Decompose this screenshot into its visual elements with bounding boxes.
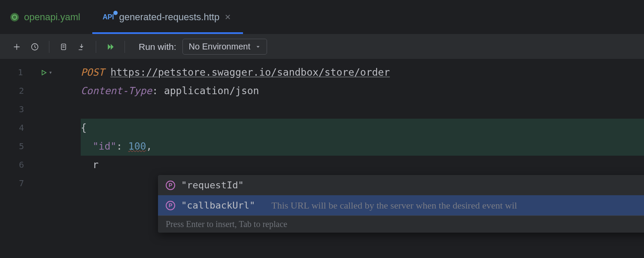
line-number: 6 [12, 156, 24, 174]
run-with-label: Run with: [139, 42, 176, 52]
code-editor[interactable]: 1 ▾ 2 3 4 5 6 7 POST https://petstore.sw… [0, 59, 644, 193]
line-number: 3 [12, 100, 24, 119]
tab-label: openapi.yaml [24, 12, 80, 23]
line-number: 2 [12, 82, 24, 100]
autocomplete-hint: Press Enter to insert, Tab to replace [158, 215, 644, 233]
environment-value: No Environment [189, 42, 250, 52]
header-name: Content-Type [81, 85, 152, 96]
code-line: POST https://petstore.swagger.io/sandbox… [81, 63, 644, 82]
add-button[interactable] [8, 38, 26, 56]
run-all-button[interactable] [101, 38, 119, 56]
json-key: "id" [93, 141, 116, 152]
import-button[interactable] [73, 38, 91, 56]
line-number: 7 [12, 174, 24, 193]
http-method: POST [81, 67, 104, 78]
header-value: application/json [164, 85, 259, 96]
yaml-icon [10, 13, 19, 22]
code-line: Content-Type: application/json [81, 82, 644, 100]
line-number: 4 [12, 119, 24, 137]
property-icon: P [166, 201, 175, 210]
tab-openapi[interactable]: openapi.yaml [0, 0, 92, 34]
chevron-down-icon [255, 42, 261, 52]
json-value: 100 [128, 141, 146, 152]
code-area[interactable]: POST https://petstore.swagger.io/sandbox… [81, 59, 644, 193]
close-icon[interactable]: ✕ [225, 12, 231, 22]
run-gutter-icon[interactable]: ▾ [40, 63, 52, 82]
typing-fragment: r [93, 159, 99, 170]
http-toolbar: Run with: No Environment [0, 34, 644, 59]
code-line: r [81, 156, 644, 174]
request-url: https://petstore.swagger.io/sandbox/stor… [110, 67, 390, 78]
autocomplete-description: This URL will be called by the server wh… [271, 196, 644, 215]
autocomplete-label: "callbackUrl" [181, 196, 255, 215]
gutter: 1 ▾ 2 3 4 5 6 7 [0, 59, 81, 193]
code-line: "id": 100, [81, 137, 644, 156]
chevron-down-icon: ▾ [49, 63, 52, 82]
autocomplete-label: "requestId" [181, 176, 244, 194]
separator [49, 41, 49, 53]
autocomplete-item[interactable]: P "requestId" Unique Request [158, 175, 644, 195]
property-icon: P [166, 181, 175, 190]
api-icon: API [103, 13, 114, 21]
tab-generated-requests[interactable]: API generated-requests.http ✕ [92, 0, 243, 34]
code-line: { [81, 119, 644, 137]
tab-label: generated-requests.http [119, 12, 220, 23]
examples-button[interactable] [55, 38, 73, 56]
history-button[interactable] [26, 38, 44, 56]
svg-rect-1 [61, 44, 66, 49]
autocomplete-item[interactable]: P "callbackUrl" This URL will be called … [158, 195, 644, 215]
tab-bar: openapi.yaml API generated-requests.http… [0, 0, 644, 34]
line-number: 1 [11, 63, 23, 82]
separator [125, 41, 125, 53]
environment-select[interactable]: No Environment [182, 39, 267, 55]
separator [96, 41, 96, 53]
code-line [81, 100, 644, 119]
line-number: 5 [12, 137, 24, 156]
autocomplete-popup: P "requestId" Unique Request P "callback… [158, 175, 644, 233]
